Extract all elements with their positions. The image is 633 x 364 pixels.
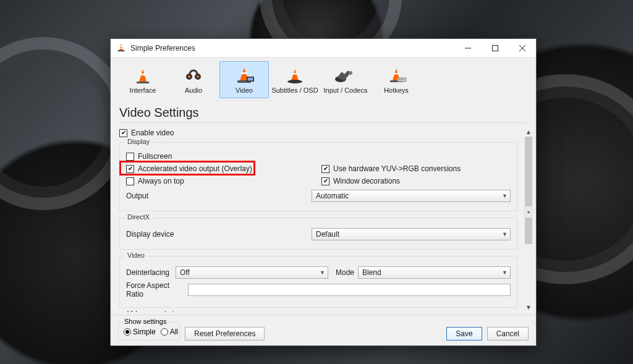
scroll-down-button[interactable]: ▾ [524,302,533,312]
yuv-rgb-checkbox[interactable]: Use hardware YUV->RGB conversions [321,164,461,173]
deinterlacing-select[interactable]: Off ▼ [176,266,328,279]
divider [119,122,527,123]
checkbox-icon [126,153,134,161]
footer: Show settings Simple All Reset Preferenc… [111,315,536,345]
svg-rect-13 [248,78,253,81]
close-button[interactable] [509,39,536,57]
svg-point-17 [349,71,352,75]
enable-video-checkbox[interactable]: Enable video [119,129,517,137]
checkbox-icon [321,177,329,185]
tab-subtitles-osd[interactable]: Subtitles / OSD [270,61,320,98]
svg-rect-0 [120,46,122,47]
deinterlacing-mode-select[interactable]: Blend ▼ [358,266,511,279]
svg-rect-14 [292,73,298,75]
radio-icon [124,328,131,336]
vertical-scrollbar[interactable]: ▴ ▪ ▾ [524,127,533,312]
svg-point-8 [188,75,190,78]
svg-rect-18 [394,73,399,75]
svg-rect-2 [118,50,125,51]
display-legend: Display [125,138,152,145]
accelerated-video-output-checkbox[interactable]: Accelerated video output (Overlay) [126,164,252,173]
window-decorations-checkbox[interactable]: Window decorations [321,177,400,185]
scroll-marker: ▪ [524,206,533,218]
display-device-label: Display device [126,230,312,239]
maximize-button[interactable] [482,39,509,57]
deinterlacing-mode-label: Mode [336,268,354,277]
directx-group: DirectX Display device Default ▼ [119,218,517,250]
svg-rect-21 [399,79,400,80]
preferences-window: Simple Preferences Interface Audio Video… [110,38,537,346]
svg-rect-22 [401,79,402,80]
video-group: Video Deinterlacing Off ▼ Mode Blend ▼ F… [119,256,517,308]
output-select[interactable]: Automatic ▼ [312,190,511,202]
scroll-thumb[interactable] [525,137,532,244]
tab-video[interactable]: Video [219,61,269,98]
svg-rect-5 [137,82,149,83]
chevron-down-icon: ▼ [320,269,325,276]
svg-point-9 [197,75,199,78]
svg-rect-1 [119,48,122,49]
show-settings-all-radio[interactable]: All [161,328,178,336]
tab-hotkeys[interactable]: Hotkeys [372,61,421,98]
always-on-top-checkbox[interactable]: Always on top [126,177,184,185]
chevron-down-icon: ▼ [502,193,508,199]
force-aspect-ratio-input[interactable] [188,284,511,296]
app-icon [116,43,127,54]
svg-rect-3 [493,45,498,51]
radio-icon [161,328,168,336]
video-snapshots-legend: Video snapshots [125,310,180,312]
checkbox-icon [119,129,127,137]
minimize-button[interactable] [454,39,482,57]
output-label: Output [126,192,312,200]
show-settings-legend: Show settings [122,318,168,325]
tab-input-codecs[interactable]: Input / Codecs [321,61,370,98]
reset-preferences-button[interactable]: Reset Preferences [185,327,265,341]
show-settings-simple-radio[interactable]: Simple [124,328,156,336]
page-title: Video Settings [111,101,536,122]
fullscreen-checkbox[interactable]: Fullscreen [126,152,172,161]
checkbox-icon [126,165,134,173]
directx-legend: DirectX [125,213,152,221]
chevron-down-icon: ▼ [502,269,508,276]
svg-rect-23 [402,79,404,80]
chevron-down-icon: ▼ [502,231,508,237]
window-title: Simple Preferences [130,44,195,53]
tab-interface[interactable]: Interface [118,61,168,98]
deinterlacing-label: Deinterlacing [126,268,176,277]
settings-content: Enable video Display Fullscreen [119,127,521,312]
tab-audio[interactable]: Audio [169,61,218,98]
save-button[interactable]: Save [446,327,482,341]
show-settings-group: Show settings Simple All [118,322,180,341]
svg-point-15 [287,80,302,83]
titlebar: Simple Preferences [111,39,536,57]
scroll-up-button[interactable]: ▴ [524,127,533,137]
display-device-select[interactable]: Default ▼ [312,228,511,240]
display-group: Display Fullscreen Accelerated video out… [119,142,517,211]
category-toolbar: Interface Audio Video Subtitles / OSD In… [111,57,536,101]
scroll-track[interactable] [524,137,533,302]
cancel-button[interactable]: Cancel [487,327,529,341]
force-aspect-ratio-label: Force Aspect Ratio [126,281,188,298]
video-group-legend: Video [125,252,147,259]
checkbox-icon [321,165,329,173]
svg-rect-10 [241,72,247,74]
checkbox-icon [126,177,134,185]
svg-rect-4 [140,74,145,75]
